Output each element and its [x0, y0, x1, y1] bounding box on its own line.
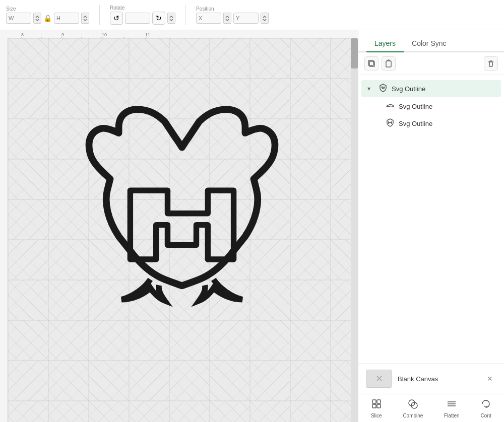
- svg-text:10: 10: [102, 32, 107, 37]
- layer-group-name: Svg Outline: [392, 85, 495, 93]
- svg-rect-28: [8, 38, 351, 422]
- y-arrow-btn[interactable]: [261, 13, 269, 24]
- separator-1: [99, 5, 100, 25]
- panel-tabs: Layers Color Sync: [358, 30, 504, 52]
- canvas-label-name: Blank Canvas: [398, 375, 438, 383]
- delete-btn[interactable]: [484, 56, 498, 71]
- svg-text:9: 9: [61, 32, 64, 37]
- combine-btn[interactable]: Combine: [399, 396, 427, 420]
- scrollbar-right[interactable]: [351, 38, 358, 422]
- duplicate-btn[interactable]: [364, 56, 379, 71]
- scrollbar-thumb[interactable]: [351, 38, 358, 68]
- chevron-down-icon: ▾: [367, 85, 374, 92]
- tab-colorsync[interactable]: Color Sync: [404, 35, 454, 52]
- layer-sub-item-2[interactable]: Svg Outline: [361, 115, 501, 131]
- x-input[interactable]: [196, 13, 221, 24]
- svg-rect-32: [372, 400, 376, 403]
- layer-item-group[interactable]: ▾ Svg Outline: [361, 80, 501, 97]
- main-toolbar: Size 🔒 Rotate ↺ ↻: [0, 0, 504, 30]
- svg-point-36: [409, 400, 415, 406]
- layer-group-1: ▾ Svg Outline: [358, 80, 504, 131]
- flatten-btn[interactable]: Flatten: [440, 396, 464, 420]
- cont-btn[interactable]: Cont: [476, 396, 495, 420]
- rotate-ccw-btn[interactable]: ↺: [110, 12, 123, 25]
- rotate-group: Rotate ↺ ↻: [110, 5, 175, 25]
- right-panel: Layers Color Sync: [358, 30, 504, 422]
- letter-icon: [386, 118, 395, 129]
- combine-icon: [407, 398, 418, 412]
- ruler-left: [0, 38, 8, 422]
- lock-icon: 🔒: [43, 14, 52, 22]
- size-group: Size 🔒: [6, 6, 89, 24]
- canvas-thumbnail-x-icon: ✕: [375, 373, 383, 384]
- grid-canvas: [8, 38, 351, 422]
- slice-btn[interactable]: Slice: [367, 396, 386, 420]
- svg-text:11: 11: [145, 32, 150, 37]
- combine-label: Combine: [403, 413, 423, 418]
- slice-label: Slice: [371, 413, 382, 418]
- svg-rect-35: [377, 404, 381, 408]
- ruler-top: 8 9 10 11 12 13 14 15: [8, 30, 358, 38]
- paste-btn[interactable]: [382, 56, 396, 71]
- layer-sub-item-1[interactable]: Svg Outline: [361, 98, 501, 114]
- rotate-label: Rotate: [110, 5, 124, 11]
- ruler-corner: [0, 30, 8, 38]
- y-input[interactable]: [233, 13, 259, 24]
- width-arrow-btn[interactable]: [33, 13, 41, 24]
- size-controls: 🔒: [6, 13, 89, 24]
- canvas-label-area: ✕ Blank Canvas ✕: [358, 363, 504, 394]
- svg-rect-31: [386, 61, 391, 67]
- layers-list: ▾ Svg Outline: [358, 75, 504, 363]
- layer-sub-name-2: Svg Outline: [399, 120, 495, 127]
- size-label: Size: [6, 6, 16, 12]
- rotate-input[interactable]: [125, 13, 150, 24]
- separator-2: [185, 5, 186, 25]
- tab-layers[interactable]: Layers: [366, 35, 404, 52]
- canvas-thumbnail: ✕: [366, 370, 392, 388]
- shield-icon: [379, 83, 388, 94]
- flatten-label: Flatten: [444, 413, 460, 418]
- rotate-controls: ↺ ↻: [110, 12, 175, 25]
- layer-sub-name-1: Svg Outline: [399, 103, 495, 110]
- panel-toolbar: [358, 52, 504, 75]
- wing-icon: [386, 101, 395, 112]
- height-input[interactable]: [54, 13, 79, 24]
- canvas-close-btn[interactable]: ✕: [484, 374, 496, 384]
- cont-icon: [480, 398, 491, 412]
- width-input[interactable]: [6, 13, 31, 24]
- ruler-top-svg: 8 9 10 11 12 13 14 15: [16, 30, 167, 38]
- svg-rect-33: [377, 400, 381, 403]
- rotate-arrow-btn[interactable]: [167, 13, 175, 24]
- position-controls: [196, 13, 269, 24]
- svg-text:8: 8: [21, 32, 24, 37]
- cont-label: Cont: [481, 413, 491, 418]
- height-arrow-btn[interactable]: [81, 13, 89, 24]
- position-group: Position: [196, 6, 269, 24]
- flatten-icon: [446, 398, 457, 412]
- slice-icon: [371, 398, 382, 412]
- canvas-area[interactable]: 8 9 10 11 12 13 14 15: [0, 30, 358, 422]
- bottom-actions: Slice Combine: [358, 394, 504, 422]
- x-arrow-btn[interactable]: [223, 13, 231, 24]
- rotate-cw-btn[interactable]: ↻: [152, 12, 165, 25]
- svg-rect-34: [372, 404, 376, 408]
- main-area: 8 9 10 11 12 13 14 15: [0, 30, 504, 422]
- canvas-svg: [8, 38, 351, 422]
- svg-point-37: [411, 402, 417, 408]
- position-label: Position: [196, 6, 214, 12]
